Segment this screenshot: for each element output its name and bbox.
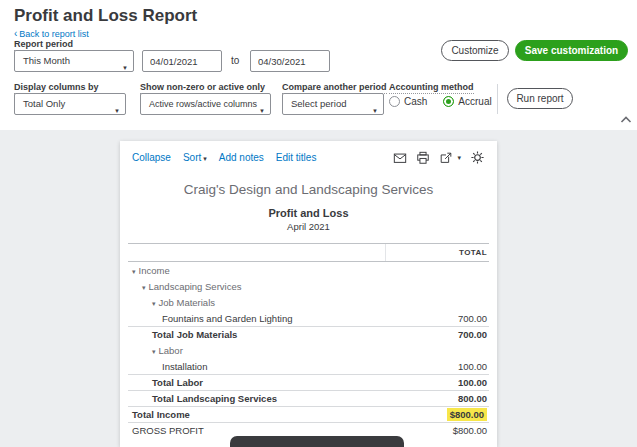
collapse-link[interactable]: Collapse: [132, 152, 171, 163]
report-row: Total Labor100.00: [128, 374, 489, 390]
radio-unselected-icon: [389, 96, 400, 107]
print-icon[interactable]: [416, 151, 430, 165]
back-to-report-list-link[interactable]: ‹Back to report list: [14, 28, 89, 39]
row-value: $800.00: [453, 425, 487, 436]
report-rows: ▾Income▾Landscaping Services▾Job Materia…: [128, 262, 489, 438]
report-card: Collapse Sort▾ Add notes Edit titles ▾: [120, 141, 497, 447]
cash-label: Cash: [404, 96, 427, 107]
chevron-down-icon[interactable]: ▾: [457, 154, 461, 162]
email-icon[interactable]: [393, 151, 407, 165]
report-title: Profit and Loss: [120, 207, 497, 219]
row-value: 700.00: [458, 329, 487, 340]
row-label: ▾Labor: [130, 345, 183, 356]
row-label: Total Job Materials: [130, 329, 237, 340]
add-notes-link[interactable]: Add notes: [219, 152, 264, 163]
chevron-up-icon: [618, 112, 634, 128]
report-row: ▾Job Materials: [128, 294, 489, 310]
sort-label: Sort: [183, 152, 201, 163]
row-label: Fountains and Garden Lighting: [130, 313, 292, 324]
row-label: ▾Landscaping Services: [130, 281, 241, 292]
save-customization-button[interactable]: Save customization: [515, 40, 628, 61]
settings-gear-icon[interactable]: [470, 150, 485, 165]
radio-selected-icon: [443, 96, 454, 107]
run-report-button[interactable]: Run report: [507, 88, 573, 109]
divider: [497, 84, 498, 114]
row-label: Total Landscaping Services: [130, 393, 277, 404]
collapse-header-chevron[interactable]: [618, 112, 634, 128]
toolbar-icons: ▾: [393, 150, 485, 165]
compare-period-value: Select period: [291, 98, 346, 109]
accrual-label: Accrual: [458, 96, 491, 107]
row-value[interactable]: 100.00: [458, 361, 487, 372]
collapse-triangle-icon[interactable]: ▾: [152, 348, 156, 355]
collapse-triangle-icon[interactable]: ▾: [142, 284, 146, 291]
page-title: Profit and Loss Report: [14, 6, 197, 26]
collapse-triangle-icon[interactable]: ▾: [152, 300, 156, 307]
report-table: TOTAL ▾Income▾Landscaping Services▾Job M…: [128, 243, 489, 438]
customize-button[interactable]: Customize: [441, 40, 509, 61]
export-icon[interactable]: [439, 151, 453, 165]
chevron-down-icon: ▾: [203, 155, 207, 162]
display-columns-select[interactable]: Total Only ▼: [14, 93, 126, 115]
company-name: Craig's Design and Landscaping Services: [120, 182, 497, 197]
edit-titles-link[interactable]: Edit titles: [276, 152, 317, 163]
accrual-radio[interactable]: Accrual: [443, 96, 491, 107]
chevron-down-icon: ▼: [114, 101, 120, 115]
row-label: ▾Income: [130, 265, 170, 276]
nonzero-value: Active rows/active columns: [149, 99, 257, 109]
row-value: 800.00: [458, 393, 487, 404]
feedback-tab[interactable]: [230, 436, 404, 447]
chevron-down-icon: ▼: [372, 101, 378, 115]
row-value[interactable]: 700.00: [458, 313, 487, 324]
total-column-header: TOTAL: [385, 244, 489, 261]
report-period-select[interactable]: This Month ▼: [14, 50, 134, 72]
report-row: ▾Income: [128, 262, 489, 278]
row-label: Total Labor: [130, 377, 203, 388]
report-toolbar: Collapse Sort▾ Add notes Edit titles ▾: [120, 141, 497, 169]
compare-period-select[interactable]: Select period ▼: [282, 93, 384, 115]
accounting-method-group: Cash Accrual: [389, 96, 492, 107]
row-label: Installation: [130, 361, 207, 372]
back-chevron-icon: ‹: [14, 28, 17, 39]
report-row: Fountains and Garden Lighting700.00: [128, 310, 489, 326]
cash-radio[interactable]: Cash: [389, 96, 427, 107]
report-period-text: April 2021: [120, 221, 497, 232]
report-row: ▾Labor: [128, 342, 489, 358]
row-label: GROSS PROFIT: [130, 425, 204, 436]
display-columns-value: Total Only: [23, 98, 65, 109]
collapse-triangle-icon[interactable]: ▾: [132, 268, 136, 275]
chevron-down-icon: ▼: [259, 101, 265, 115]
report-row: ▾Landscaping Services: [128, 278, 489, 294]
date-to-input[interactable]: [250, 50, 330, 72]
row-label: ▾Job Materials: [130, 297, 215, 308]
report-row: Total Job Materials700.00: [128, 326, 489, 342]
report-row: Total Landscaping Services800.00: [128, 390, 489, 406]
to-label: to: [231, 55, 239, 66]
row-label: Total Income: [130, 409, 190, 420]
report-row: Total Income$800.00: [128, 406, 489, 422]
header-section: Profit and Loss Report ‹Back to report l…: [0, 0, 637, 130]
row-value: 100.00: [458, 377, 487, 388]
back-link-label: Back to report list: [19, 29, 89, 39]
date-from-input[interactable]: [142, 50, 222, 72]
chevron-down-icon: ▼: [122, 58, 128, 72]
sort-link[interactable]: Sort▾: [183, 152, 207, 163]
report-period-value: This Month: [23, 55, 70, 66]
accounting-method-label: Accounting method: [389, 82, 474, 94]
nonzero-select[interactable]: Active rows/active columns ▼: [140, 93, 271, 115]
table-header-row: TOTAL: [128, 243, 489, 262]
report-row: Installation100.00: [128, 358, 489, 374]
row-value: $800.00: [447, 408, 487, 421]
